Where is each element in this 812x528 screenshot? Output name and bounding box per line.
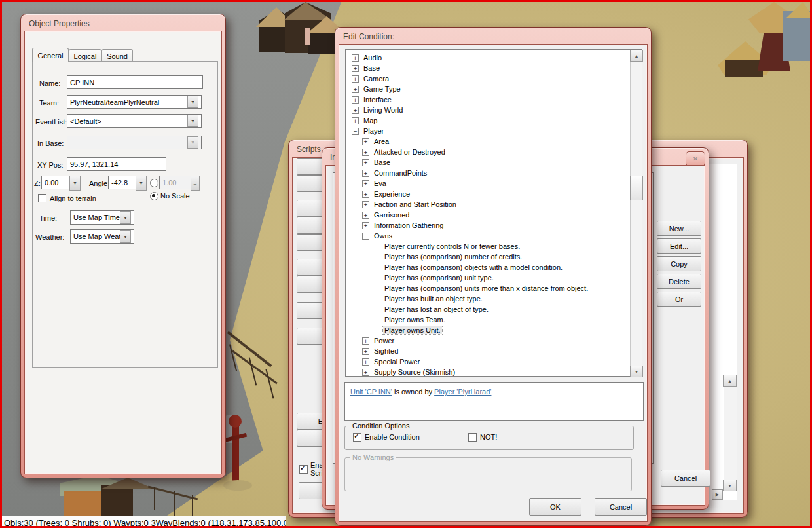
tree-item[interactable]: +Information Gathering: [346, 220, 641, 231]
expand-icon[interactable]: +: [362, 170, 369, 177]
condition-options-label: Condition Options: [350, 422, 411, 430]
scripts-scrollbar-track[interactable]: [724, 375, 737, 490]
tree-item[interactable]: +Area: [346, 136, 641, 147]
scale-input: 1.00: [159, 176, 192, 189]
angle-input[interactable]: -42.8: [108, 176, 137, 189]
expand-icon[interactable]: +: [362, 138, 369, 145]
scroll-down-icon[interactable]: ▼: [630, 366, 643, 377]
xypos-input[interactable]: 95.97, 1321.14: [67, 157, 166, 171]
tree-item[interactable]: +Supply Source (Skirmish): [346, 367, 641, 377]
tree-item[interactable]: +CommandPoints: [346, 168, 641, 178]
expand-icon[interactable]: +: [352, 54, 359, 62]
expand-icon[interactable]: +: [362, 191, 369, 198]
scroll-down-icon[interactable]: ▼: [723, 480, 737, 491]
tree-item[interactable]: Player has (comparison) objects with a m…: [346, 262, 641, 273]
tab-sound[interactable]: Sound: [101, 49, 133, 62]
expand-icon[interactable]: +: [362, 369, 369, 376]
align-terrain-checkbox[interactable]: [38, 194, 46, 202]
expand-icon[interactable]: +: [362, 159, 369, 166]
chevron-down-icon[interactable]: ▼: [187, 115, 198, 127]
tree-item[interactable]: +Living World: [346, 105, 641, 115]
tab-logical[interactable]: Logical: [69, 49, 101, 62]
tree-item[interactable]: +Faction and Start Position: [346, 199, 641, 210]
expand-icon[interactable]: +: [352, 75, 359, 83]
object-properties-title: Object Properties: [29, 19, 90, 28]
condition-tree[interactable]: +Audio+Base+Camera+Game Type+Interface+L…: [345, 49, 642, 377]
tree-item[interactable]: Player has (comparison) units more than …: [346, 283, 641, 293]
not-checkbox[interactable]: [468, 433, 477, 442]
edit-condition-cancel-button[interactable]: Cancel: [595, 498, 647, 516]
tree-item[interactable]: Player has lost an object of type.: [346, 304, 641, 314]
ok-button[interactable]: OK: [529, 498, 581, 516]
tree-scrollbar-track[interactable]: [630, 50, 642, 376]
new-button[interactable]: New...: [657, 221, 701, 236]
expand-icon[interactable]: +: [362, 212, 369, 219]
tree-item[interactable]: +Sighted: [346, 346, 641, 356]
tree-item[interactable]: +Interface: [346, 94, 641, 105]
scale-radio[interactable]: [150, 179, 158, 187]
tree-item[interactable]: +Power: [346, 335, 641, 346]
team-select[interactable]: PlyrNeutral/teamPlyrNeutral: [67, 95, 202, 109]
tree-item[interactable]: +Audio: [346, 52, 641, 63]
tree-item[interactable]: −Owns: [346, 231, 641, 241]
expand-icon[interactable]: +: [362, 149, 369, 156]
enable-scripts-checkbox[interactable]: [299, 465, 308, 474]
description-link[interactable]: Unit 'CP INN': [350, 388, 392, 396]
noscale-radio[interactable]: [150, 192, 158, 200]
expand-icon[interactable]: +: [362, 348, 369, 355]
tree-item[interactable]: +Experience: [346, 189, 641, 199]
z-input[interactable]: 0.00: [41, 176, 70, 189]
tree-item[interactable]: Player owns Unit.: [346, 325, 641, 335]
noscale-label: No Scale: [160, 192, 190, 200]
tree-item[interactable]: Player currently controls N or fewer bas…: [346, 241, 641, 252]
scroll-up-icon[interactable]: ▲: [630, 50, 643, 62]
copy-button[interactable]: Copy: [657, 256, 701, 271]
expand-icon[interactable]: +: [352, 117, 359, 124]
chevron-down-icon[interactable]: ▼: [136, 176, 147, 191]
collapse-icon[interactable]: −: [352, 128, 359, 135]
tree-item[interactable]: +Special Power: [346, 356, 641, 367]
collapse-icon[interactable]: −: [362, 233, 369, 240]
eventlist-select[interactable]: <Default>: [67, 114, 202, 128]
tree-item[interactable]: +Camera: [346, 73, 641, 84]
tree-item[interactable]: +Map_: [346, 115, 641, 126]
tree-item[interactable]: +Garrisoned: [346, 210, 641, 220]
expand-icon[interactable]: +: [362, 222, 369, 229]
delete-button[interactable]: Delete: [657, 274, 701, 289]
expand-icon[interactable]: +: [352, 107, 359, 114]
tree-item[interactable]: Player has (comparison) number of credit…: [346, 252, 641, 262]
chevron-down-icon[interactable]: ▼: [120, 211, 131, 224]
expand-icon[interactable]: +: [362, 201, 369, 208]
tree-item[interactable]: Player owns Team.: [346, 314, 641, 325]
expand-icon[interactable]: +: [352, 96, 359, 104]
tree-item[interactable]: Player has (comparison) unit type.: [346, 273, 641, 283]
scroll-right-icon[interactable]: ▶: [712, 489, 723, 500]
tree-item-label: Audio: [362, 54, 383, 62]
expand-icon[interactable]: +: [352, 86, 359, 93]
expand-icon[interactable]: +: [362, 358, 369, 366]
chevron-down-icon[interactable]: ▼: [187, 96, 198, 108]
condition-list-cancel-button[interactable]: Cancel: [661, 470, 710, 487]
tab-general[interactable]: General: [32, 48, 69, 62]
expand-icon[interactable]: +: [362, 180, 369, 187]
chevron-down-icon[interactable]: ▼: [120, 230, 131, 243]
close-icon[interactable]: ✕: [686, 151, 705, 166]
tree-item[interactable]: +Base: [346, 157, 641, 168]
or-button[interactable]: Or: [657, 292, 701, 307]
tree-scrollbar-thumb[interactable]: [630, 176, 643, 200]
edit-button[interactable]: Edit...: [657, 238, 701, 254]
chevron-down-icon[interactable]: ▼: [69, 176, 81, 191]
tree-item[interactable]: +Base: [346, 63, 641, 73]
tree-item[interactable]: +Game Type: [346, 84, 641, 94]
expand-icon[interactable]: +: [352, 65, 359, 72]
tree-item[interactable]: +Eva: [346, 178, 641, 189]
expand-icon[interactable]: +: [362, 337, 369, 345]
description-link[interactable]: Player 'PlyrHarad': [434, 388, 491, 396]
enable-condition-checkbox[interactable]: [353, 433, 361, 442]
name-input[interactable]: CP INN: [67, 75, 203, 89]
tree-item[interactable]: +Attacked or Destroyed: [346, 147, 641, 157]
tree-item[interactable]: Player has built an object type.: [346, 293, 641, 304]
status-bar: Objs:30 (Trees: 0 Shrubs: 0) Waypts:0 3W…: [2, 516, 286, 528]
scroll-up-icon[interactable]: ▲: [723, 375, 737, 387]
tree-item[interactable]: −Player: [346, 126, 641, 136]
